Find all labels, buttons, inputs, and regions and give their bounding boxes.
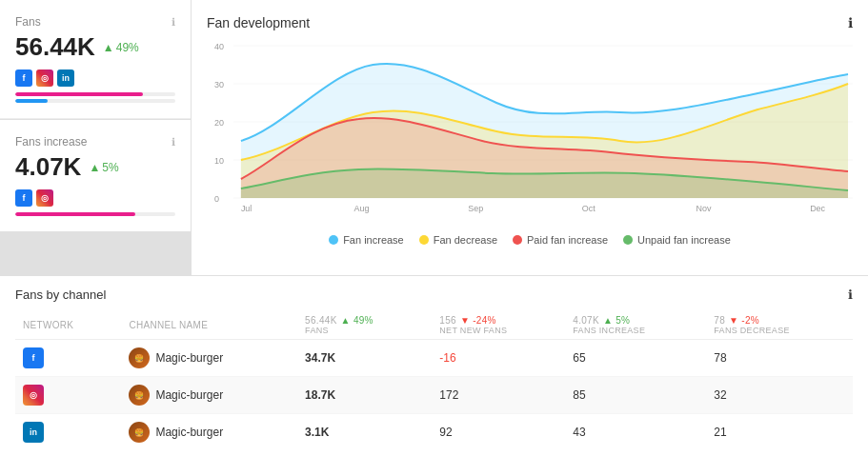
svg-text:40: 40	[214, 42, 224, 51]
legend-dot-unpaid-fan-increase	[623, 235, 633, 245]
th-network: NETWORK	[15, 311, 121, 340]
fans-label: Fans	[15, 15, 41, 29]
table-row: in 🍔 Magic-burger 3.1K 92 43 21	[15, 414, 853, 451]
chart-legend: Fan increase Fan decrease Paid fan incre…	[207, 234, 853, 246]
svg-text:30: 30	[214, 80, 224, 89]
arrow-up-icon-2: ▲	[89, 161, 100, 174]
facebook-icon-2[interactable]: f	[15, 189, 32, 207]
table-row: f 🍔 Magic-burger 34.7K -16 65 78	[15, 340, 853, 377]
fans-increase-badge: ▲ 5%	[89, 161, 118, 174]
fans-progress-fill	[15, 92, 143, 96]
th-fans-decrease: 78 ▼ -2% FANS DECREASE	[706, 311, 853, 340]
channel-avatar-li: 🍔	[129, 422, 150, 443]
fans-increase-value: 4.07K	[15, 152, 81, 182]
svg-text:Aug: Aug	[354, 204, 370, 213]
fans-badge: ▲ 49%	[103, 41, 139, 54]
fans-progress-fill-2	[15, 99, 48, 103]
linkedin-icon[interactable]: in	[57, 69, 74, 87]
facebook-icon[interactable]: f	[15, 69, 32, 87]
fans-table: NETWORK CHANNEL NAME 56.44K ▲ 49% FANS 1…	[15, 311, 853, 450]
svg-text:20: 20	[214, 118, 224, 128]
table-row: ◎ 🍔 Magic-burger 18.7K 172 85 32	[15, 377, 853, 414]
fans-progress-bar	[15, 92, 175, 96]
svg-text:Sep: Sep	[468, 204, 483, 213]
table-header-row: NETWORK CHANNEL NAME 56.44K ▲ 49% FANS 1…	[15, 311, 853, 340]
legend-dot-fan-increase	[329, 235, 338, 245]
arrow-up-icon: ▲	[103, 41, 114, 54]
fan-development-chart: 40 30 20 10 0 Jul Aug Sep Oct Nov Dec	[207, 38, 853, 228]
fans-increase-progress-fill	[15, 212, 135, 216]
fans-value: 56.44K	[15, 32, 95, 62]
network-icon-ig: ◎	[23, 385, 44, 406]
chart-panel: Fan development ℹ 40 30 20 10 0 Jul Aug	[192, 0, 868, 275]
channel-avatar: 🍔	[129, 347, 150, 368]
table-title: Fans by channel	[15, 288, 106, 302]
legend-fan-increase: Fan increase	[329, 234, 404, 246]
th-fans: 56.44K ▲ 49% FANS	[297, 311, 432, 340]
fans-increase-label: Fans increase	[15, 135, 87, 149]
legend-unpaid-fan-increase: Unpaid fan increase	[623, 234, 731, 246]
channel-cell: 🍔 Magic-burger	[129, 422, 290, 443]
legend-fan-decrease: Fan decrease	[419, 234, 497, 246]
channel-cell: 🍔 Magic-burger	[129, 385, 290, 406]
fans-by-channel-section: Fans by channel ℹ NETWORK CHANNEL NAME 5…	[0, 276, 868, 476]
chart-title: Fan development	[207, 15, 310, 30]
channel-avatar-ig: 🍔	[129, 385, 150, 406]
th-net-new-fans: 156 ▼ -24% NET NEW FANS	[432, 311, 565, 340]
svg-text:Jul: Jul	[241, 204, 252, 213]
legend-dot-paid-fan-increase	[513, 235, 522, 245]
fans-info-icon[interactable]: ℹ	[172, 16, 175, 29]
svg-text:10: 10	[214, 156, 224, 166]
network-icon-fb: f	[23, 347, 44, 368]
svg-text:0: 0	[214, 194, 219, 204]
instagram-icon-2[interactable]: ◎	[36, 189, 53, 207]
network-icon-li: in	[23, 422, 44, 443]
th-channel-name: CHANNEL NAME	[121, 311, 297, 340]
svg-text:Dec: Dec	[810, 204, 825, 213]
table-info-icon[interactable]: ℹ	[848, 288, 853, 302]
fans-increase-info-icon[interactable]: ℹ	[172, 136, 175, 149]
fans-increase-progress-bar	[15, 212, 175, 216]
chart-info-icon[interactable]: ℹ	[848, 15, 853, 30]
fans-progress-bar-2	[15, 99, 175, 103]
legend-paid-fan-increase: Paid fan increase	[513, 234, 608, 246]
legend-dot-fan-decrease	[419, 235, 429, 245]
th-fans-increase: 4.07K ▲ 5% FANS INCREASE	[565, 311, 706, 340]
svg-text:Nov: Nov	[696, 204, 711, 213]
channel-cell: 🍔 Magic-burger	[129, 347, 290, 368]
instagram-icon[interactable]: ◎	[36, 69, 53, 87]
svg-text:Oct: Oct	[582, 204, 595, 213]
